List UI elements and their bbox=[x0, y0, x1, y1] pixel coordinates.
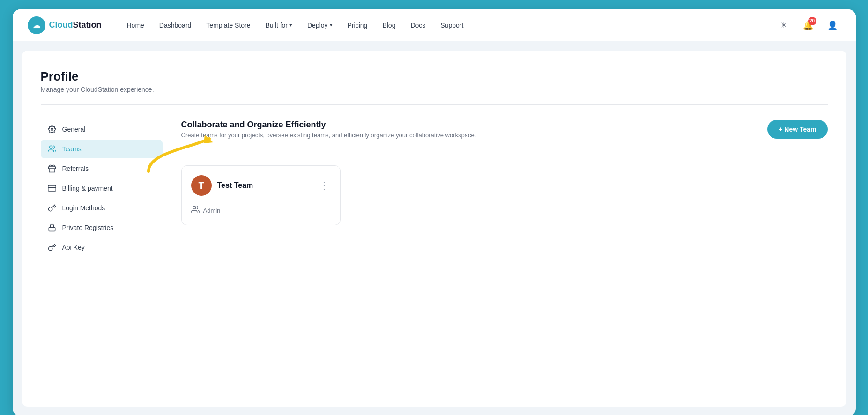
key-icon bbox=[47, 203, 57, 213]
theme-toggle-button[interactable]: ☀ bbox=[775, 17, 792, 34]
support-link[interactable]: Support bbox=[434, 18, 470, 33]
team-card: T Test Team ⋮ Admin bbox=[181, 165, 341, 225]
nav-actions: ☀ 🔔 20 👤 bbox=[775, 17, 841, 34]
team-menu-button[interactable]: ⋮ bbox=[318, 178, 331, 193]
teams-heading: Collaborate and Organize Efficiently bbox=[181, 120, 476, 130]
api-key-icon bbox=[47, 243, 57, 252]
svg-point-1 bbox=[49, 146, 52, 148]
navbar: ☁ CloudStation Home Dashboard Template S… bbox=[13, 9, 856, 41]
team-card-left: T Test Team bbox=[191, 175, 253, 196]
users-icon bbox=[47, 144, 57, 154]
sidebar-teams[interactable]: Teams bbox=[41, 140, 163, 158]
team-card-footer: Admin bbox=[191, 205, 331, 215]
sidebar-teams-label: Teams bbox=[62, 145, 82, 153]
sidebar-general-label: General bbox=[62, 126, 86, 133]
pricing-link[interactable]: Pricing bbox=[341, 18, 374, 33]
team-avatar: T bbox=[191, 175, 212, 196]
new-team-button[interactable]: + New Team bbox=[767, 120, 827, 139]
content-area: General Teams Referrals bbox=[41, 120, 828, 258]
notification-badge: 20 bbox=[808, 17, 816, 25]
header-divider bbox=[41, 104, 828, 105]
sidebar-referrals-label: Referrals bbox=[62, 165, 89, 172]
content-divider bbox=[181, 150, 828, 150]
team-name: Test Team bbox=[217, 181, 253, 190]
page-title: Profile bbox=[41, 69, 828, 84]
team-role-icon bbox=[191, 205, 200, 215]
svg-rect-4 bbox=[48, 185, 56, 191]
sidebar-referrals[interactable]: Referrals bbox=[41, 159, 163, 178]
dashboard-link[interactable]: Dashboard bbox=[153, 18, 198, 33]
built-for-link[interactable]: Built for ▾ bbox=[259, 18, 299, 33]
sidebar-login-methods-label: Login Methods bbox=[62, 204, 105, 212]
user-profile-button[interactable]: 👤 bbox=[824, 17, 841, 34]
notifications-button[interactable]: 🔔 20 bbox=[800, 17, 816, 34]
logo-icon: ☁ bbox=[28, 16, 45, 34]
teams-description: Create teams for your projects, oversee … bbox=[181, 132, 476, 139]
page-header: Profile Manage your CloudStation experie… bbox=[41, 69, 828, 93]
deploy-link[interactable]: Deploy ▾ bbox=[301, 18, 339, 33]
sidebar-billing[interactable]: Billing & payment bbox=[41, 179, 163, 198]
docs-link[interactable]: Docs bbox=[404, 18, 432, 33]
svg-point-0 bbox=[51, 128, 53, 131]
team-card-header: T Test Team ⋮ bbox=[191, 175, 331, 196]
teams-header-text: Collaborate and Organize Efficiently Cre… bbox=[181, 120, 476, 139]
sidebar-private-registries[interactable]: Private Registries bbox=[41, 218, 163, 237]
sidebar-api-key[interactable]: Api Key bbox=[41, 238, 163, 257]
page-subtitle: Manage your CloudStation experience. bbox=[41, 86, 828, 93]
sidebar-billing-label: Billing & payment bbox=[62, 185, 113, 192]
logo[interactable]: ☁ CloudStation bbox=[28, 16, 102, 34]
logo-text: CloudStation bbox=[49, 20, 102, 30]
home-link[interactable]: Home bbox=[120, 18, 151, 33]
blog-link[interactable]: Blog bbox=[376, 18, 402, 33]
main-container: ☁ CloudStation Home Dashboard Template S… bbox=[13, 9, 856, 415]
main-content: Collaborate and Organize Efficiently Cre… bbox=[181, 120, 828, 258]
sidebar-login-methods[interactable]: Login Methods bbox=[41, 199, 163, 217]
page-body: Profile Manage your CloudStation experie… bbox=[22, 51, 846, 407]
nav-links: Home Dashboard Template Store Built for … bbox=[120, 18, 775, 33]
gift-icon bbox=[47, 164, 57, 173]
sidebar-private-registries-label: Private Registries bbox=[62, 224, 114, 231]
lock-icon bbox=[47, 223, 57, 232]
sidebar: General Teams Referrals bbox=[41, 120, 163, 257]
sidebar-api-key-label: Api Key bbox=[62, 244, 85, 251]
sidebar-general[interactable]: General bbox=[41, 120, 163, 139]
svg-point-8 bbox=[193, 206, 195, 209]
svg-rect-6 bbox=[49, 227, 55, 231]
teams-header: Collaborate and Organize Efficiently Cre… bbox=[181, 120, 828, 139]
sidebar-wrapper: General Teams Referrals bbox=[41, 120, 163, 258]
card-icon bbox=[47, 184, 57, 193]
gear-icon bbox=[47, 125, 57, 134]
template-store-link[interactable]: Template Store bbox=[200, 18, 257, 33]
team-role-label: Admin bbox=[203, 207, 221, 214]
